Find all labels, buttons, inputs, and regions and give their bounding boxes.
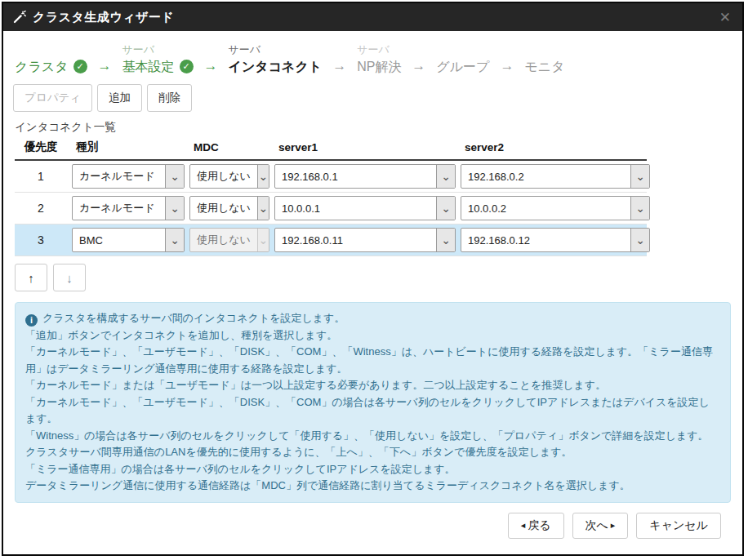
arrow-down-icon: ↓ (66, 271, 73, 285)
priority-value: 3 (15, 233, 67, 247)
table-row-selected[interactable]: 3 BMC⌄ 使用しない⌄ 192.168.0.11⌄ 192.168.0.12… (15, 224, 647, 256)
chevron-down-icon: ⌄ (630, 165, 649, 188)
dialog-title: クラスタ生成ウィザード (33, 10, 174, 25)
chevron-down-icon: ⌄ (436, 165, 455, 188)
server1-select[interactable]: 192.168.0.1⌄ (274, 164, 456, 189)
back-button[interactable]: ◂戻る (508, 513, 564, 539)
arrow-up-icon: ↑ (28, 271, 34, 285)
header-server1: server1 (274, 141, 456, 153)
arrow-icon: → (332, 56, 346, 76)
arrow-icon: → (412, 56, 425, 76)
table-row[interactable]: 2 カーネルモード⌄ 使用しない⌄ 10.0.0.1⌄ 10.0.0.2⌄ (15, 193, 647, 224)
wand-icon (13, 11, 26, 24)
step-group: グループ (436, 42, 489, 76)
header-type: 種別 (72, 140, 185, 154)
info-line: 「ミラー通信専用」の場合は各サーバ列のセルをクリックしてIPアドレスを設定します… (25, 461, 720, 478)
type-select[interactable]: カーネルモード⌄ (72, 196, 185, 220)
step-basic-settings: サーバ 基本設定✓ (122, 42, 194, 76)
header-server2: server2 (461, 141, 650, 153)
chevron-down-icon: ⌄ (630, 197, 649, 220)
chevron-down-icon: ⌄ (165, 229, 184, 251)
arrow-icon: → (98, 56, 112, 76)
arrow-icon: → (204, 56, 218, 76)
info-line: 「カーネルモード」または「ユーザモード」は一つ以上設定する必要があります。二つ以… (25, 377, 720, 394)
priority-value: 1 (15, 170, 67, 183)
info-line: クラスタを構成するサーバ間のインタコネクトを設定します。 (42, 312, 345, 324)
delete-button[interactable]: 削除 (147, 84, 192, 112)
chevron-down-icon: ⌄ (165, 165, 184, 188)
chevron-down-icon: ⌄ (257, 165, 269, 188)
info-line: クラスタサーバ間専用通信のLANを優先的に使用するように、「上へ」、「下へ」ボタ… (25, 444, 720, 461)
mdc-select[interactable]: 使用しない⌄ (189, 196, 269, 220)
chevron-down-icon: ⌄ (257, 229, 269, 251)
move-down-button[interactable]: ↓ (53, 264, 86, 291)
server2-select[interactable]: 10.0.0.2⌄ (461, 196, 650, 220)
chevron-down-icon: ⌄ (630, 229, 649, 251)
arrow-icon: → (500, 56, 514, 76)
header-priority: 優先度 (15, 140, 67, 154)
wizard-dialog: クラスタ生成ウィザード ✕ クラスタ✓ → サーバ 基本設定✓ → サーバ イン… (2, 2, 744, 556)
wizard-steps: クラスタ✓ → サーバ 基本設定✓ → サーバ インタコネクト → サーバ NP… (15, 41, 731, 76)
chevron-down-icon: ⌄ (257, 197, 269, 220)
step-sub-label: サーバ (122, 42, 155, 57)
step-sub-label: サーバ (229, 42, 261, 57)
toolbar: プロパティ 追加 削除 (13, 84, 732, 112)
move-up-button[interactable]: ↑ (15, 264, 47, 291)
step-cluster: クラスタ✓ (15, 42, 87, 76)
step-monitor: モニタ (524, 42, 564, 76)
dialog-content: クラスタ✓ → サーバ 基本設定✓ → サーバ インタコネクト → サーバ NP… (3, 31, 742, 539)
type-select[interactable]: カーネルモード⌄ (72, 164, 185, 189)
mdc-select[interactable]: 使用しない⌄ (189, 164, 269, 189)
next-arrow-icon: ▸ (611, 520, 616, 531)
info-line: データミラーリング通信に使用する通信経路は「MDC」列で通信経路に割り当てるミラ… (25, 478, 720, 495)
interconnect-list-caption: インタコネクト一覧 (15, 120, 732, 135)
type-select[interactable]: BMC⌄ (72, 228, 185, 252)
interconnect-table: 優先度 種別 MDC server1 server2 1 カーネルモード⌄ 使用… (15, 140, 647, 256)
info-line: 「カーネルモード」、「ユーザモード」、「DISK」、「COM」、「Witness… (25, 344, 720, 377)
server1-select[interactable]: 10.0.0.1⌄ (274, 196, 456, 220)
add-button[interactable]: 追加 (97, 84, 142, 112)
header-mdc: MDC (189, 141, 269, 153)
info-line: 「追加」ボタンでインタコネクトを追加し、種別を選択します。 (25, 327, 720, 344)
title-bar: クラスタ生成ウィザード ✕ (3, 3, 742, 31)
check-icon: ✓ (180, 60, 194, 73)
check-icon: ✓ (73, 60, 87, 73)
table-row[interactable]: 1 カーネルモード⌄ 使用しない⌄ 192.168.0.1⌄ 192.168.0… (15, 161, 647, 193)
back-arrow-icon: ◂ (521, 520, 526, 531)
next-button[interactable]: 次へ▸ (572, 513, 629, 539)
step-interconnect: サーバ インタコネクト (229, 42, 323, 76)
priority-move-buttons: ↑ ↓ (15, 264, 732, 291)
mdc-select: 使用しない⌄ (189, 228, 269, 252)
step-sub-label: サーバ (357, 42, 390, 57)
info-line: 「カーネルモード」、「ユーザモード」、「DISK」、「COM」の場合は各サーバ列… (25, 394, 720, 428)
step-np-resolution: サーバ NP解決 (357, 42, 401, 76)
server1-select[interactable]: 192.168.0.11⌄ (274, 228, 456, 252)
server2-select[interactable]: 192.168.0.2⌄ (461, 164, 650, 189)
table-header-row: 優先度 種別 MDC server1 server2 (15, 140, 647, 161)
chevron-down-icon: ⌄ (436, 229, 455, 251)
cancel-button[interactable]: キャンセル (636, 513, 721, 539)
info-icon: i (25, 314, 38, 327)
priority-value: 2 (15, 202, 67, 215)
info-panel: iクラスタを構成するサーバ間のインタコネクトを設定します。 「追加」ボタンでイン… (15, 302, 731, 503)
close-icon[interactable]: ✕ (719, 11, 731, 24)
info-line: 「Witness」の場合は各サーバ列のセルをクリックして「使用する」、「使用しな… (25, 428, 720, 445)
server2-select[interactable]: 192.168.0.12⌄ (461, 228, 650, 252)
footer-buttons: ◂戻る 次へ▸ キャンセル (13, 513, 721, 539)
chevron-down-icon: ⌄ (436, 197, 455, 220)
property-button[interactable]: プロパティ (13, 84, 92, 112)
chevron-down-icon: ⌄ (165, 197, 184, 220)
